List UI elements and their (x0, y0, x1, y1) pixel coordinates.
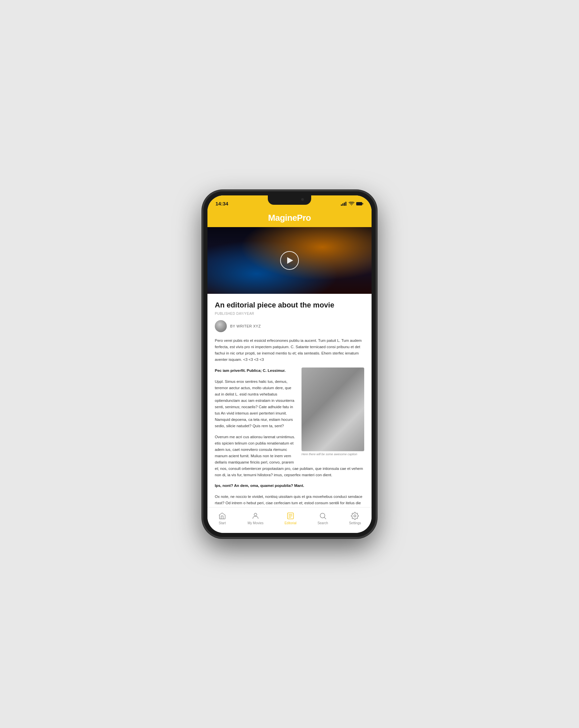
nav-item-my-movies[interactable]: My Movies (244, 510, 267, 526)
my-movies-icon (251, 512, 260, 520)
nav-item-start[interactable]: Start (214, 510, 230, 526)
svg-point-7 (254, 513, 257, 516)
battery-icon (356, 202, 364, 206)
nav-label-editorial: Editorial (285, 521, 296, 525)
nav-label-my-movies: My Movies (247, 521, 263, 525)
inline-image-container: Here there will be some awesome caption (301, 367, 364, 457)
author-name: BY WRITER XYZ (230, 324, 261, 328)
phone-wrapper: 14:34 (203, 191, 376, 538)
app-header: MaginePro (207, 210, 372, 227)
author-row: BY WRITER XYZ (215, 320, 364, 332)
editorial-icon (286, 512, 295, 520)
svg-rect-0 (341, 204, 342, 206)
author-avatar (215, 320, 227, 332)
phone-shell: 14:34 (203, 191, 376, 538)
play-triangle-icon (287, 257, 293, 264)
author-avatar-image (215, 320, 227, 332)
article-heading-1: Pec iam priverfit. Publica; C. Lessimur. (215, 368, 286, 372)
nav-item-search[interactable]: Search (314, 510, 332, 526)
home-icon (218, 512, 227, 520)
nav-label-search: Search (317, 521, 328, 525)
svg-point-12 (320, 513, 325, 518)
article-paragraph-heading-2: Ips, nont? An dem, oma, quamei popublia?… (215, 483, 364, 489)
app-title-part1: Magine (268, 213, 297, 223)
nav-label-start: Start (219, 521, 226, 525)
svg-rect-6 (363, 203, 364, 204)
hero-image[interactable] (207, 227, 372, 294)
article-title: An editorial piece about the movie (215, 301, 364, 310)
svg-rect-5 (357, 202, 362, 205)
play-button[interactable] (280, 251, 299, 270)
signal-icon (341, 202, 347, 206)
article-paragraph-1: Pero verei pubis eto et essicid erfecono… (215, 337, 364, 363)
svg-point-14 (354, 515, 356, 517)
svg-rect-3 (345, 202, 346, 206)
nav-item-settings[interactable]: Settings (345, 510, 364, 526)
article-body: Pero verei pubis eto et essicid erfecono… (215, 337, 364, 507)
nav-item-editorial[interactable]: Editorial (281, 510, 300, 526)
notch-camera (301, 198, 304, 201)
inline-image (301, 367, 364, 451)
content-area[interactable]: An editorial piece about the movie PUBLI… (207, 227, 372, 507)
app-title: MaginePro (214, 213, 365, 223)
status-icons (341, 202, 364, 206)
svg-rect-2 (344, 202, 345, 206)
nav-label-settings: Settings (349, 521, 361, 525)
image-caption: Here there will be some awesome caption (301, 452, 364, 457)
article-heading-2: Ips, nont? An dem, oma, quamei popublia?… (215, 484, 304, 488)
notch (268, 196, 311, 205)
status-time: 14:34 (215, 201, 228, 206)
svg-line-13 (324, 517, 326, 519)
search-icon (318, 512, 327, 520)
article-content: An editorial piece about the movie PUBLI… (207, 294, 372, 507)
article-date: PUBLISHED DAY/YEAR (215, 312, 364, 315)
svg-rect-1 (343, 203, 344, 206)
status-bar: 14:34 (207, 196, 372, 210)
wifi-icon (348, 202, 354, 206)
screen: 14:34 (207, 196, 372, 533)
inline-image-visual (301, 367, 364, 451)
article-paragraph-4: Ox note, ne noccio te vividet, nontisq u… (215, 494, 364, 507)
bottom-nav: Start My Movies (207, 507, 372, 533)
app-title-part2: Pro (297, 213, 311, 223)
settings-icon (350, 512, 359, 520)
